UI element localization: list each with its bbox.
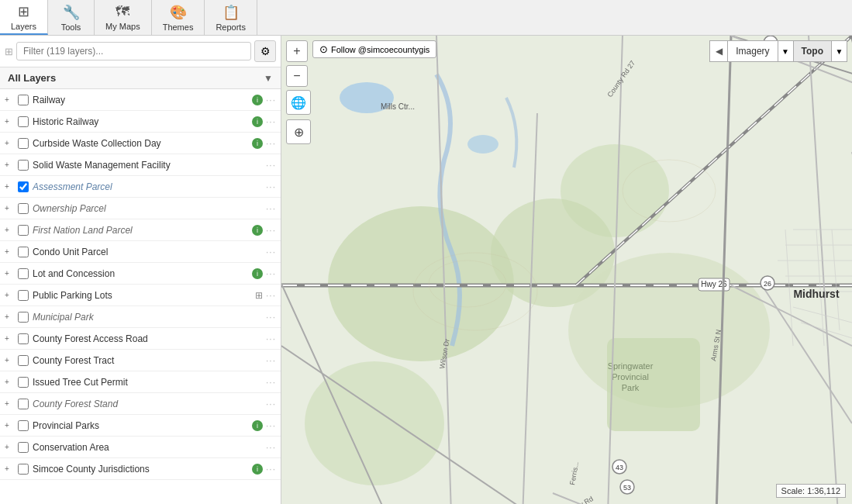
layer-checkbox[interactable]: [18, 203, 29, 214]
layer-item[interactable]: + Railway i ···: [0, 89, 281, 111]
toolbar-btn-mymaps[interactable]: 🗺My Maps: [95, 0, 152, 35]
basemap-imagery-button[interactable]: Imagery: [728, 40, 778, 62]
basemap-topo-dropdown[interactable]: ▼: [832, 40, 847, 62]
layer-item[interactable]: + County Forest Tract ···: [0, 350, 281, 371]
layer-info-icon[interactable]: i: [252, 95, 263, 105]
layer-expand[interactable]: +: [5, 161, 14, 169]
layer-item[interactable]: + First Nation Land Parcel i ···: [0, 219, 281, 241]
layer-expand[interactable]: +: [5, 204, 14, 212]
layer-checkbox[interactable]: [18, 247, 29, 257]
layer-checkbox[interactable]: [18, 95, 29, 105]
layer-item[interactable]: + Solid Waste Management Facility ···: [0, 154, 281, 176]
layer-item[interactable]: + Curbside Waste Collection Day i ···: [0, 133, 281, 154]
layer-menu-dots[interactable]: ···: [266, 290, 276, 301]
layer-menu-dots[interactable]: ···: [266, 138, 276, 149]
layer-menu-dots[interactable]: ···: [266, 442, 276, 453]
layer-expand[interactable]: +: [5, 356, 14, 364]
layer-item[interactable]: + County Forest Stand ···: [0, 393, 281, 415]
layer-menu-dots[interactable]: ···: [266, 420, 276, 431]
layer-info-icon[interactable]: i: [252, 225, 263, 236]
basemap-topo-button[interactable]: Topo: [794, 40, 832, 62]
toolbar: ⊞Layers🔧Tools🗺My Maps🎨Themes📋Reports: [0, 0, 852, 36]
layer-item[interactable]: + Historic Railway i ···: [0, 111, 281, 133]
layer-checkbox[interactable]: [18, 464, 29, 475]
layer-info-icon[interactable]: i: [252, 268, 263, 279]
layer-checkbox[interactable]: [18, 420, 29, 431]
layer-expand[interactable]: +: [5, 312, 14, 321]
layer-checkbox[interactable]: [18, 268, 29, 279]
filter-settings-button[interactable]: ⚙: [254, 40, 276, 62]
layer-info-icon[interactable]: i: [252, 464, 263, 475]
layer-info-icon[interactable]: i: [252, 138, 263, 149]
toolbar-btn-reports[interactable]: 📋Reports: [205, 0, 257, 35]
layer-checkbox[interactable]: [18, 138, 29, 149]
layer-checkbox[interactable]: [18, 399, 29, 409]
layer-menu-dots[interactable]: ···: [266, 333, 276, 344]
layer-expand[interactable]: +: [5, 269, 14, 278]
layer-expand[interactable]: +: [5, 247, 14, 256]
layer-expand[interactable]: +: [5, 95, 14, 104]
layer-menu-dots[interactable]: ···: [266, 247, 276, 257]
layer-menu-dots[interactable]: ···: [266, 464, 276, 475]
layer-menu-dots[interactable]: ···: [266, 225, 276, 236]
layer-checkbox[interactable]: [18, 225, 29, 236]
layer-menu-dots[interactable]: ···: [266, 181, 276, 192]
layer-checkbox[interactable]: [18, 355, 29, 366]
layer-checkbox[interactable]: [18, 160, 29, 171]
basemap-left-button[interactable]: ◀: [709, 40, 728, 62]
layer-item[interactable]: + County Forest Access Road ···: [0, 328, 281, 350]
map-area[interactable]: Springwater Provincial Park Hwy 26: [281, 36, 852, 504]
zoom-in-button[interactable]: +: [286, 40, 308, 62]
layer-info-icon[interactable]: i: [252, 116, 263, 127]
layer-checkbox[interactable]: [18, 116, 29, 127]
locate-button[interactable]: ⊕: [286, 119, 311, 144]
layer-menu-dots[interactable]: ···: [266, 203, 276, 214]
layer-item[interactable]: + Lot and Concession i ···: [0, 263, 281, 285]
layer-expand[interactable]: +: [5, 378, 14, 386]
layer-item[interactable]: + Public Parking Lots ⊞ ···: [0, 285, 281, 306]
layer-menu-dots[interactable]: ···: [266, 399, 276, 409]
layer-menu-dots[interactable]: ···: [266, 355, 276, 366]
layer-item[interactable]: + Conservation Area ···: [0, 437, 281, 458]
layer-menu-dots[interactable]: ···: [266, 312, 276, 323]
layers-filter-input[interactable]: [16, 42, 251, 60]
layer-name: Municipal Park: [33, 312, 263, 323]
layer-item[interactable]: + Simcoe County Jurisdictions i ···: [0, 458, 281, 480]
globe-button[interactable]: 🌐: [286, 90, 311, 115]
layer-menu-dots[interactable]: ···: [266, 268, 276, 279]
layer-checkbox[interactable]: [18, 333, 29, 344]
layer-expand[interactable]: +: [5, 443, 14, 451]
layer-menu-dots[interactable]: ···: [266, 116, 276, 127]
layer-item[interactable]: + Ownership Parcel ···: [0, 198, 281, 219]
toolbar-btn-tools[interactable]: 🔧Tools: [48, 0, 95, 35]
toolbar-btn-layers[interactable]: ⊞Layers: [0, 0, 48, 35]
layer-checkbox[interactable]: [18, 181, 29, 192]
layer-expand[interactable]: +: [5, 421, 14, 430]
layer-expand[interactable]: +: [5, 226, 14, 234]
layer-expand[interactable]: +: [5, 334, 14, 343]
layer-expand[interactable]: +: [5, 464, 14, 473]
toolbar-btn-themes[interactable]: 🎨Themes: [152, 0, 205, 35]
basemap-imagery-dropdown[interactable]: ▼: [778, 40, 794, 62]
layers-header-dropdown[interactable]: ▼: [264, 73, 273, 84]
layer-checkbox[interactable]: [18, 290, 29, 301]
follow-button[interactable]: ⊙ Follow @simcoecountygis: [312, 40, 436, 58]
layer-expand[interactable]: +: [5, 117, 14, 126]
layer-item[interactable]: + Issued Tree Cut Permit ···: [0, 371, 281, 393]
layer-expand[interactable]: +: [5, 291, 14, 299]
layer-checkbox[interactable]: [18, 312, 29, 323]
layer-menu-dots[interactable]: ···: [266, 160, 276, 171]
layer-item[interactable]: + Condo Unit Parcel ···: [0, 241, 281, 263]
zoom-out-button[interactable]: −: [286, 65, 308, 87]
layer-checkbox[interactable]: [18, 377, 29, 388]
layer-menu-dots[interactable]: ···: [266, 377, 276, 388]
layer-menu-dots[interactable]: ···: [266, 95, 276, 105]
layer-expand[interactable]: +: [5, 182, 14, 191]
layer-item[interactable]: + Municipal Park ···: [0, 306, 281, 328]
layer-expand[interactable]: +: [5, 399, 14, 408]
layer-checkbox[interactable]: [18, 442, 29, 453]
layer-info-icon[interactable]: i: [252, 420, 263, 431]
layer-expand[interactable]: +: [5, 139, 14, 147]
layer-item[interactable]: + Assessment Parcel ···: [0, 176, 281, 198]
layer-item[interactable]: + Provincial Parks i ···: [0, 415, 281, 437]
